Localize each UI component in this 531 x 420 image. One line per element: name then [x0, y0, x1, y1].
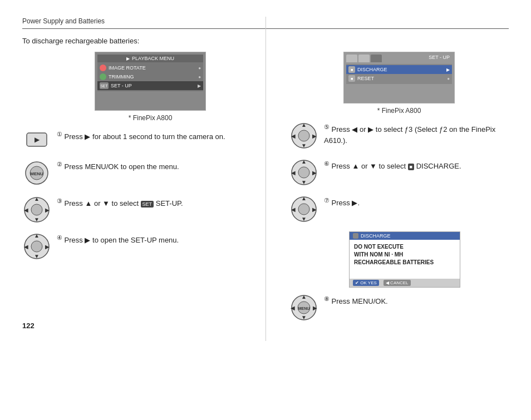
discharge-inline-icon: ■: [408, 164, 414, 170]
menu-ok-button-icon: MENU: [22, 159, 51, 187]
step-1-text: ① Press ▶ for about 1 second to turn the…: [57, 129, 278, 142]
step-2-row: MENU ② Press MENU/OK to open the menu.: [22, 159, 278, 187]
step-7-text: ⑦ Press ▶.: [324, 195, 509, 209]
discharge-title-bar: DISCHARGE: [350, 232, 460, 240]
step-3-icon: ▲ ▼ ◀ ▶: [22, 195, 51, 224]
discharge-screenshot-area: DISCHARGE DO NOT EXECUTE WITH NOM NI · M…: [301, 231, 509, 288]
svg-point-6: [31, 204, 42, 215]
svg-text:◀: ◀: [291, 206, 296, 213]
svg-text:▶: ▶: [45, 244, 50, 250]
step-5-row: ▲ ▼ ◀ ▶ ⑤ Press ◀ or ▶ to select ƒ3 (Sel…: [289, 121, 509, 150]
nav-button-icon-4: ▲ ▼ ◀ ▶: [22, 232, 51, 261]
menu-item-image-rotate: IMAGE ROTATE ●: [97, 63, 203, 72]
svg-text:▲: ▲: [301, 122, 307, 128]
svg-point-12: [31, 241, 42, 252]
menu-item-label: TRIMMING: [109, 74, 134, 80]
step-8-row: ▲ ▼ ◀ ▶ MENU ⑧ Press MENU/OK.: [289, 293, 509, 322]
step-1-row: ▶ ① Press ▶ for about 1 second to turn t…: [22, 129, 278, 151]
left-caption: * FinePix A800: [22, 114, 278, 122]
menu-item-label: SET - UP: [111, 83, 132, 88]
svg-text:▲: ▲: [34, 196, 40, 202]
right-column: SET - UP ■ DISCHARGE ▶ ■ RESET ● *: [289, 52, 509, 330]
menu-item-trimming: TRIMMING ●: [97, 72, 203, 81]
step-6-icon: ▲ ▼ ◀ ▶: [289, 158, 318, 187]
svg-text:MENU: MENU: [298, 307, 310, 310]
menu-title-bar: ▶ PLAYBACK MENU: [97, 55, 203, 62]
discharge-line1: DO NOT EXECUTE: [354, 243, 455, 251]
menu-item-label: IMAGE ROTATE: [109, 65, 146, 71]
discharge-label: DISCHARGE: [357, 67, 387, 72]
right-caption: * FinePix A800: [289, 107, 509, 115]
tab-3-active: [371, 55, 382, 62]
svg-text:◀: ◀: [24, 244, 28, 250]
svg-point-24: [298, 167, 309, 178]
page-header-title: Power Supply and Batteries: [22, 17, 105, 25]
discharge-screenshot: DISCHARGE DO NOT EXECUTE WITH NOM NI · M…: [349, 231, 460, 288]
column-divider: [266, 17, 266, 341]
trimming-icon: [100, 73, 106, 80]
svg-text:▼: ▼: [301, 142, 307, 149]
svg-text:◀: ◀: [291, 170, 296, 176]
step-3-text: ③ Press ▲ or ▼ to select SET SET-UP.: [57, 195, 278, 209]
svg-text:▲: ▲: [301, 294, 307, 300]
nav-button-icon-7: ▲ ▼ ◀ ▶: [289, 195, 318, 224]
step-5-text: ⑤ Press ◀ or ▶ to select ƒ3 (Select ƒ2 o…: [324, 121, 509, 146]
ok-button: ✔ OK YES: [353, 280, 379, 286]
step-8-text: ⑧ Press MENU/OK.: [324, 293, 509, 307]
playback-menu-screenshot: ▶ PLAYBACK MENU IMAGE ROTATE ● TRIMMING …: [95, 52, 206, 111]
setup-item-reset: ■ RESET ●: [346, 74, 452, 83]
step-8-icon: ▲ ▼ ◀ ▶ MENU: [289, 293, 318, 322]
step-7-icon: ▲ ▼ ◀ ▶: [289, 195, 318, 224]
step-5-icon: ▲ ▼ ◀ ▶: [289, 121, 318, 150]
discharge-title-icon: [353, 233, 358, 239]
nav-button-icon-5: ▲ ▼ ◀ ▶: [289, 121, 318, 150]
step-6-row: ▲ ▼ ◀ ▶ ⑥ Press ▲ or ▼ to select ■ DISCH…: [289, 158, 509, 187]
left-column: ▶ PLAYBACK MENU IMAGE ROTATE ● TRIMMING …: [22, 52, 278, 330]
svg-text:▶: ▶: [45, 207, 50, 213]
svg-text:▲: ▲: [301, 195, 307, 201]
reset-icon: ■: [348, 75, 355, 82]
svg-text:▶: ▶: [312, 206, 317, 213]
discharge-body: DO NOT EXECUTE WITH NOM NI · MH RECHARGE…: [350, 240, 460, 279]
menu-title-text: PLAYBACK MENU: [132, 56, 174, 61]
discharge-line3: RECHARGEABLE BATTERIES: [354, 259, 455, 266]
setup-menu-screenshot: SET - UP ■ DISCHARGE ▶ ■ RESET ●: [343, 52, 455, 103]
step-3-row: ▲ ▼ ◀ ▶ ③ Press ▲ or ▼ to select SET SET…: [22, 195, 278, 224]
svg-text:▶: ▶: [313, 305, 317, 311]
setup-icon: SET: [100, 82, 109, 89]
svg-text:▶: ▶: [35, 136, 40, 144]
playback-button-icon: ▶: [22, 129, 51, 151]
svg-text:▶: ▶: [312, 133, 317, 139]
step-2-text: ② Press MENU/OK to open the menu.: [57, 159, 278, 172]
step-1-icon: ▶: [22, 129, 51, 151]
svg-text:▲: ▲: [34, 233, 40, 239]
discharge-icon: ■: [348, 66, 355, 73]
discharge-line2: WITH NOM NI · MH: [354, 251, 455, 259]
svg-point-18: [298, 130, 309, 141]
setup-title: SET - UP: [429, 55, 452, 62]
setup-item-discharge: ■ DISCHARGE ▶: [346, 65, 452, 74]
step-4-text: ④ Press ▶ to open the SET-UP menu.: [57, 232, 278, 246]
svg-text:▶: ▶: [312, 170, 317, 176]
menu-item-setup: SET SET - UP ▶: [97, 81, 203, 90]
svg-text:▼: ▼: [301, 314, 307, 320]
step-7-row: ▲ ▼ ◀ ▶ ⑦ Press ▶.: [289, 195, 509, 224]
nav-button-icon-3: ▲ ▼ ◀ ▶: [22, 195, 51, 224]
step-4-row: ▲ ▼ ◀ ▶ ④ Press ▶ to open the SET-UP men…: [22, 232, 278, 261]
step-4-icon: ▲ ▼ ◀ ▶: [22, 232, 51, 261]
tab-2: [358, 55, 370, 62]
tab-row: SET - UP: [346, 55, 452, 62]
svg-text:MENU: MENU: [30, 171, 43, 176]
svg-text:▼: ▼: [34, 216, 40, 223]
nav-button-icon-6: ▲ ▼ ◀ ▶: [289, 158, 318, 187]
svg-text:◀: ◀: [291, 305, 295, 311]
step-2-icon: MENU: [22, 159, 51, 187]
menu-ok-button-icon-8: ▲ ▼ ◀ ▶ MENU: [289, 293, 318, 322]
svg-text:▼: ▼: [301, 179, 307, 185]
svg-point-30: [298, 204, 309, 215]
svg-text:◀: ◀: [291, 133, 296, 139]
step-6-text: ⑥ Press ▲ or ▼ to select ■ DISCHARGE.: [324, 158, 509, 172]
svg-text:▼: ▼: [301, 216, 307, 222]
discharge-title-text: DISCHARGE: [361, 233, 391, 239]
svg-text:▲: ▲: [301, 159, 307, 165]
